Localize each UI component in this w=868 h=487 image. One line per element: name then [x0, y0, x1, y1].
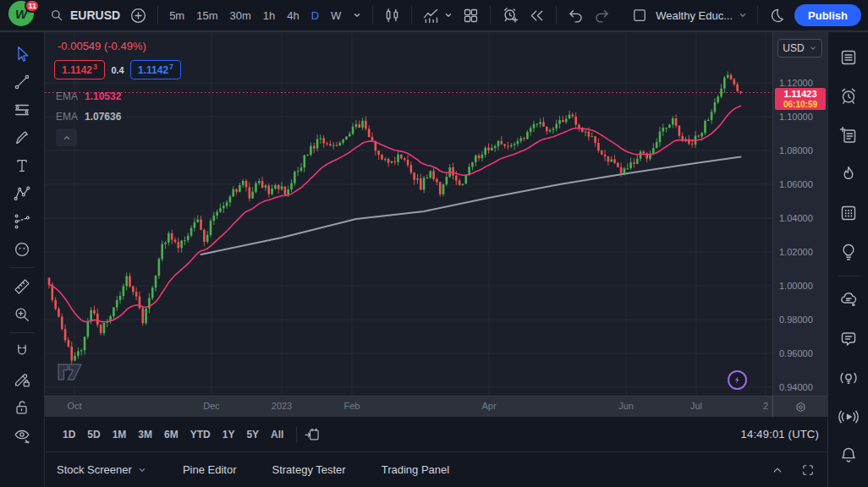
range-5y-button[interactable]: 5Y	[240, 424, 265, 445]
indicator-legend-row[interactable]: EMA 1.10532	[56, 90, 121, 102]
time-tick-label: Dec	[203, 401, 220, 411]
indicators-icon	[422, 7, 440, 25]
undo-button[interactable]	[563, 3, 589, 28]
chart-settings-corner[interactable]	[772, 396, 827, 417]
sell-bid-button[interactable]: 1.11423	[54, 60, 105, 79]
expand-panel-button[interactable]	[770, 462, 785, 478]
top-toolbar: W 11 EURUSD 5m 15m 30m 1h 4h D W	[0, 0, 868, 32]
interval-1h[interactable]: 1h	[258, 6, 280, 25]
user-menu-button[interactable]: W 11	[8, 1, 37, 30]
interval-1d-active[interactable]: D	[306, 6, 324, 25]
tool-forecast-button[interactable]	[7, 207, 37, 235]
tool-xabcd-pattern-button[interactable]	[7, 179, 37, 207]
interval-15m[interactable]: 15m	[191, 6, 222, 25]
live-ideas-button[interactable]	[832, 361, 865, 395]
notifications-button[interactable]	[832, 439, 865, 473]
legend-collapse-button[interactable]	[56, 129, 77, 146]
gear-icon	[794, 401, 807, 413]
tool-cursor-button[interactable]	[7, 40, 37, 68]
price-tick-label: 1.00000	[779, 280, 813, 292]
minds-button[interactable]	[832, 283, 865, 317]
ideas-button[interactable]	[832, 235, 865, 269]
tool-emoji-button[interactable]	[7, 235, 37, 263]
time-tick-label: 2023	[272, 401, 292, 411]
tool-trend-line-button[interactable]	[7, 68, 37, 96]
time-tick-label: Feb	[344, 401, 360, 411]
symbol-search-button[interactable]: EURUSD	[44, 4, 125, 26]
range-ytd-button[interactable]: YTD	[184, 424, 217, 445]
calendar-button[interactable]	[832, 196, 865, 230]
trend-line-icon	[13, 73, 31, 91]
go-to-date-button[interactable]	[304, 426, 321, 443]
chevron-down-icon	[738, 10, 748, 20]
redo-button[interactable]	[589, 3, 615, 28]
price-tick-label: 0.94000	[779, 381, 813, 393]
bar-replay-button[interactable]	[524, 3, 550, 28]
lock-all-drawings-button[interactable]	[7, 393, 37, 421]
chevron-down-icon	[352, 10, 362, 20]
range-all-button[interactable]: All	[265, 424, 289, 445]
bid-price: 1.1142	[62, 64, 92, 76]
range-1m-button[interactable]: 1M	[107, 424, 133, 445]
redo-icon	[593, 7, 611, 25]
calendar-arrow-icon	[304, 426, 321, 443]
save-layout-button[interactable]	[627, 3, 652, 27]
tab-strategy-tester[interactable]: Strategy Tester	[272, 463, 345, 476]
range-1y-button[interactable]: 1Y	[217, 424, 241, 445]
time-axis[interactable]: OctDec2023FebAprJunJul2	[45, 396, 772, 417]
quick-search-button[interactable]	[764, 3, 789, 27]
interval-30m[interactable]: 30m	[224, 6, 255, 25]
price-axis[interactable]: USD 1.120001.100001.080001.060001.040001…	[772, 32, 827, 396]
drawing-mode-button[interactable]	[7, 365, 37, 393]
multichart-layout-button[interactable]	[458, 3, 484, 28]
fullscreen-button[interactable]	[800, 462, 816, 478]
tool-text-button[interactable]	[7, 151, 37, 179]
time-tick-label: Oct	[67, 401, 81, 411]
news-button[interactable]	[832, 118, 865, 152]
thought-cloud-icon	[838, 290, 859, 310]
buy-ask-button[interactable]: 1.11427	[130, 60, 181, 79]
pencil-lock-icon	[13, 370, 31, 389]
indicator-legend-row[interactable]: EMA 1.07636	[56, 111, 121, 123]
magnet-mode-button[interactable]	[7, 337, 37, 365]
toolbar-separator	[757, 6, 758, 25]
interval-4h[interactable]: 4h	[282, 6, 304, 25]
right-sidebar	[827, 32, 868, 487]
toolbar-separator	[490, 6, 491, 25]
hide-all-drawings-button[interactable]	[7, 421, 37, 449]
publish-button[interactable]: Publish	[794, 4, 861, 26]
range-1d-button[interactable]: 1D	[57, 424, 81, 445]
fib-lines-icon	[13, 101, 31, 119]
clock-utc[interactable]: 14:49:01 (UTC)	[741, 428, 819, 440]
currency-selector[interactable]: USD	[777, 39, 822, 57]
tab-pine-editor[interactable]: Pine Editor	[183, 463, 237, 476]
interval-5m[interactable]: 5m	[164, 6, 190, 25]
tab-stock-screener[interactable]: Stock Screener	[57, 463, 147, 476]
hotlists-button[interactable]	[832, 157, 865, 191]
tab-trading-panel[interactable]: Trading Panel	[382, 463, 449, 476]
range-3m-button[interactable]: 3M	[132, 424, 158, 445]
ask-pip-digit: 7	[169, 63, 173, 71]
range-5d-button[interactable]: 5D	[81, 424, 106, 445]
chart-style-button[interactable]	[379, 3, 405, 28]
alerts-button[interactable]	[832, 79, 865, 113]
create-alert-button[interactable]	[497, 3, 524, 28]
compare-add-symbol-button[interactable]	[125, 3, 151, 28]
instant-trading-button[interactable]	[728, 370, 747, 390]
interval-1w[interactable]: W	[326, 6, 346, 25]
range-6m-button[interactable]: 6M	[158, 424, 184, 445]
tool-zoom-in-button[interactable]	[7, 300, 37, 328]
tool-fib-retracement-button[interactable]	[7, 96, 37, 123]
indicators-button[interactable]	[418, 3, 458, 28]
notification-count-badge: 11	[25, 0, 40, 13]
streams-button[interactable]	[832, 400, 865, 434]
watchlist-button[interactable]	[832, 41, 865, 74]
tool-measure-button[interactable]	[7, 272, 37, 300]
layout-name-button[interactable]: Wealthy Educ...	[652, 6, 751, 25]
chart-canvas[interactable]	[45, 32, 772, 396]
date-range-toolbar: 1D 5D 1M 3M 6M YTD 1Y 5Y All 14:49:01 (U…	[45, 417, 827, 452]
tool-brush-button[interactable]	[7, 123, 37, 151]
cursor-icon	[13, 45, 31, 63]
interval-menu-button[interactable]	[348, 7, 366, 24]
chat-button[interactable]	[832, 322, 865, 356]
